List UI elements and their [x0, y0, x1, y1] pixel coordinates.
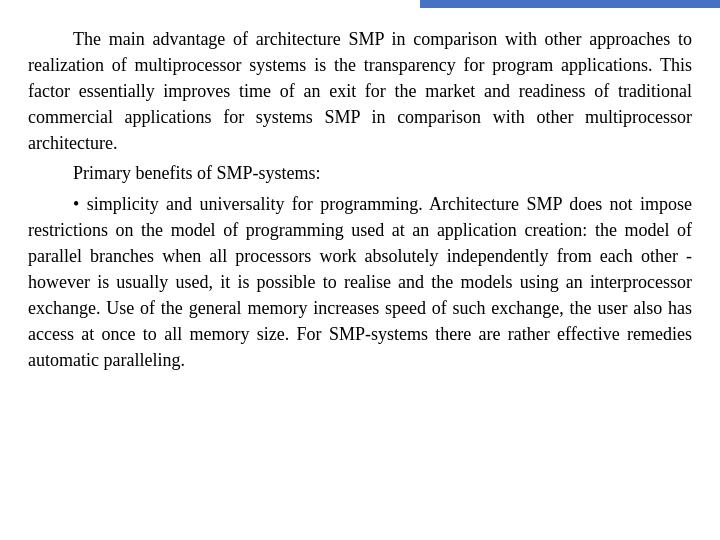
paragraph-3: • simplicity and universality for progra…: [28, 191, 692, 374]
paragraph-1: The main advantage of architecture SMP i…: [28, 26, 692, 156]
top-accent-bar: [420, 0, 720, 8]
paragraph-2: Primary benefits of SMP-systems:: [28, 160, 692, 186]
main-content: The main advantage of architecture SMP i…: [28, 26, 692, 373]
page-container: The main advantage of architecture SMP i…: [0, 0, 720, 540]
